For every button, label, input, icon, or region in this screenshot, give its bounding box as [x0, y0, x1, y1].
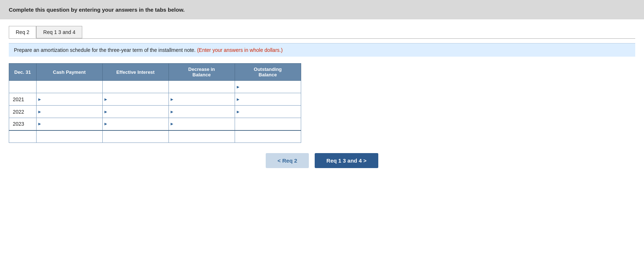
- year-label: 2021: [9, 93, 37, 106]
- instruction-bar: Prepare an amortization schedule for the…: [9, 43, 635, 57]
- outstanding-balance-cell[interactable]: ►: [235, 93, 301, 106]
- arrow-icon: ►: [170, 121, 174, 126]
- effective-interest-input[interactable]: [104, 118, 168, 130]
- table-row: ►: [9, 81, 301, 93]
- tab-req2[interactable]: Req 2: [9, 26, 36, 38]
- decrease-balance-cell[interactable]: ►: [168, 93, 235, 106]
- effective-interest-cell[interactable]: ►: [102, 118, 168, 130]
- outstanding-balance-input[interactable]: [236, 81, 301, 93]
- outstanding-balance-cell[interactable]: [235, 118, 301, 130]
- col-effective-interest: Effective Interest: [102, 64, 168, 81]
- cash-payment-input[interactable]: [38, 93, 102, 105]
- nav-buttons-row: < Req 2 Req 1 3 and 4 >: [9, 153, 635, 175]
- arrow-icon: ►: [38, 97, 42, 102]
- instruction-red: (Enter your answers in whole dollars.): [197, 47, 283, 53]
- totals-row: [9, 130, 301, 143]
- totals-label: [9, 130, 37, 143]
- decrease-balance-total-input[interactable]: [170, 131, 235, 143]
- cash-payment-input[interactable]: [38, 106, 102, 118]
- cash-payment-input[interactable]: [38, 118, 102, 130]
- content-area: Req 2 Req 1 3 and 4 Prepare an amortizat…: [0, 19, 644, 266]
- amortization-table: Dec. 31 Cash Payment Effective Interest …: [9, 63, 301, 143]
- arrow-icon: ►: [38, 121, 42, 126]
- tabs-row: Req 2 Req 1 3 and 4: [9, 26, 635, 38]
- effective-interest-input[interactable]: [104, 106, 168, 118]
- effective-interest-input[interactable]: [104, 93, 168, 105]
- effective-interest-input[interactable]: [104, 81, 168, 93]
- cash-payment-cell[interactable]: ►: [36, 93, 102, 106]
- next-button[interactable]: Req 1 3 and 4 >: [315, 153, 378, 168]
- cash-payment-cell[interactable]: ►: [36, 118, 102, 130]
- effective-interest-cell[interactable]: ►: [102, 93, 168, 106]
- outstanding-balance-total-cell: [235, 130, 301, 143]
- instruction-main: Prepare an amortization schedule for the…: [14, 47, 196, 53]
- decrease-balance-input[interactable]: [170, 118, 235, 130]
- arrow-icon: ►: [170, 109, 174, 114]
- arrow-icon: ►: [236, 84, 240, 90]
- tab-content: Prepare an amortization schedule for the…: [9, 38, 635, 175]
- effective-interest-total-cell[interactable]: [102, 130, 168, 143]
- tab-req1-3-4[interactable]: Req 1 3 and 4: [36, 26, 82, 38]
- effective-interest-cell[interactable]: [102, 81, 168, 93]
- arrow-icon: ►: [104, 109, 108, 114]
- arrow-icon: ►: [170, 97, 174, 102]
- cash-payment-total-input[interactable]: [38, 131, 102, 143]
- decrease-balance-input[interactable]: [170, 81, 235, 93]
- table-header-row: Dec. 31 Cash Payment Effective Interest …: [9, 64, 301, 81]
- decrease-balance-cell[interactable]: ►: [168, 106, 235, 118]
- arrow-icon: ►: [236, 109, 240, 114]
- cash-payment-cell[interactable]: [36, 81, 102, 93]
- col-cash-payment: Cash Payment: [36, 64, 102, 81]
- cash-payment-input[interactable]: [38, 81, 102, 93]
- decrease-balance-input[interactable]: [170, 106, 235, 118]
- decrease-balance-input[interactable]: [170, 93, 235, 105]
- decrease-balance-cell[interactable]: [168, 81, 235, 93]
- year-label: 2022: [9, 106, 37, 118]
- year-label: [9, 81, 37, 93]
- arrow-icon: ►: [236, 97, 240, 102]
- prev-button[interactable]: < Req 2: [266, 153, 309, 168]
- arrow-icon: ►: [104, 97, 108, 102]
- outstanding-balance-input[interactable]: [236, 118, 301, 130]
- cash-payment-total-cell[interactable]: [36, 130, 102, 143]
- header-banner: Complete this question by entering your …: [0, 0, 644, 19]
- outstanding-balance-input[interactable]: [236, 93, 301, 105]
- effective-interest-total-input[interactable]: [104, 131, 168, 143]
- arrow-icon: ►: [38, 109, 42, 114]
- outstanding-balance-cell[interactable]: ►: [235, 81, 301, 93]
- outstanding-balance-input[interactable]: [236, 106, 301, 118]
- effective-interest-cell[interactable]: ►: [102, 106, 168, 118]
- col-outstanding-balance: OutstandingBalance: [235, 64, 301, 81]
- table-row: 2023 ► ►: [9, 118, 301, 130]
- header-instruction: Complete this question by entering your …: [9, 7, 185, 13]
- table-row: 2021 ► ►: [9, 93, 301, 106]
- decrease-balance-total-cell[interactable]: [168, 130, 235, 143]
- arrow-icon: ►: [104, 121, 108, 126]
- page-wrapper: Complete this question by entering your …: [0, 0, 644, 266]
- year-label: 2023: [9, 118, 37, 130]
- decrease-balance-cell[interactable]: ►: [168, 118, 235, 130]
- table-row: 2022 ► ►: [9, 106, 301, 118]
- cash-payment-cell[interactable]: ►: [36, 106, 102, 118]
- col-dec31: Dec. 31: [9, 64, 37, 81]
- outstanding-balance-cell[interactable]: ►: [235, 106, 301, 118]
- col-decrease-balance: Decrease inBalance: [168, 64, 235, 81]
